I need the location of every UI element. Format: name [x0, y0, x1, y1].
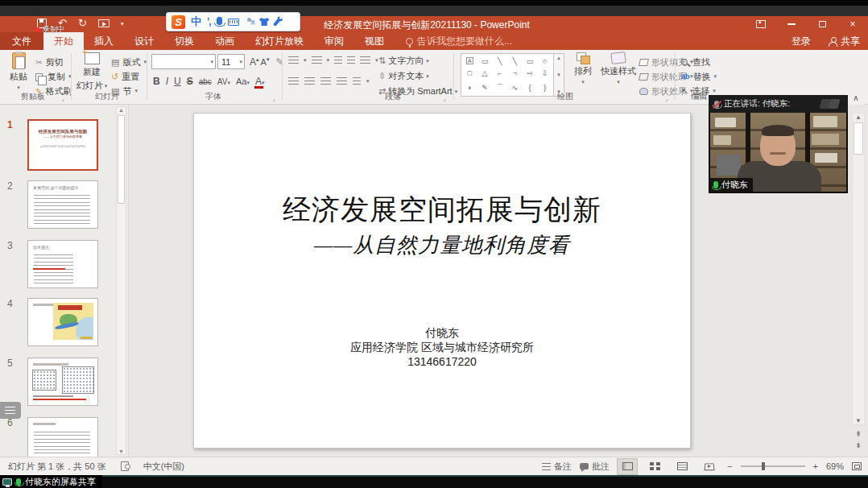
next-slide-button[interactable]: ⇟: [855, 441, 862, 449]
shape-vertical-textbox-icon[interactable]: ▭: [482, 57, 489, 65]
shape-right-brace-icon[interactable]: }: [544, 84, 546, 92]
justify-button[interactable]: [337, 77, 347, 85]
find-button[interactable]: 查找: [681, 55, 717, 69]
bullets-button[interactable]: [288, 56, 299, 64]
shape-arc-icon[interactable]: ⌒: [496, 82, 503, 93]
ime-voice-icon[interactable]: [217, 17, 222, 25]
slide-thumbnail-2[interactable]: 发展空间:这个问题的提出: [27, 180, 98, 229]
accessibility-icon[interactable]: [121, 461, 129, 471]
slide-thumbnail-5[interactable]: [27, 358, 98, 406]
zoom-out-button[interactable]: −: [727, 461, 732, 471]
align-left-button[interactable]: [288, 77, 299, 85]
tab-home[interactable]: 开始: [43, 32, 84, 50]
scrollbar-thumb[interactable]: [118, 115, 125, 204]
shape-partial-circle-icon[interactable]: ◗: [468, 84, 472, 92]
slide-thumbnail-3[interactable]: 学术观点: [27, 240, 98, 288]
slide-subtitle[interactable]: ——从自然力量地利角度看: [194, 231, 690, 259]
tab-design[interactable]: 设计: [124, 32, 164, 50]
slide-scrollbar[interactable]: ▲ ▼: [852, 113, 865, 425]
start-slideshow-icon[interactable]: [98, 19, 110, 27]
scroll-up-icon[interactable]: ▲: [855, 114, 862, 121]
numbering-button[interactable]: [312, 56, 322, 64]
shape-arrow-line-icon[interactable]: ╲: [513, 57, 517, 65]
gallery-up-icon[interactable]: ▲: [556, 56, 561, 60]
sogou-ime-toolbar[interactable]: S 中 ’,: [166, 12, 300, 31]
normal-view-button[interactable]: [618, 459, 637, 474]
decrease-indent-button[interactable]: [334, 56, 342, 64]
font-color-button[interactable]: A▾: [255, 76, 265, 87]
clipboard-dialog-launcher[interactable]: ⌟: [61, 95, 64, 102]
scroll-down-icon[interactable]: ▼: [118, 449, 124, 454]
align-text-button[interactable]: ⇳对齐文本▾: [378, 68, 457, 84]
tab-file[interactable]: 文件: [0, 32, 43, 50]
sogou-logo-icon[interactable]: S: [172, 15, 185, 29]
tab-slideshow[interactable]: 幻灯片放映: [245, 32, 314, 50]
reset-button[interactable]: ↺重置: [111, 69, 147, 84]
shapes-gallery[interactable]: A ▭ ╲ ╲ ▭ ○ □ △ ⌐ ¬ ⇨ ⇩ ◗ ✎ ⌒ ∿ { }: [461, 53, 554, 97]
shape-oval-icon[interactable]: ○: [543, 57, 547, 65]
shape-down-arrow-icon[interactable]: ⇩: [542, 69, 548, 77]
layout-button[interactable]: ▤版式▾: [111, 55, 147, 69]
paragraph-dialog-launcher[interactable]: ⌟: [443, 95, 446, 102]
line-spacing-button[interactable]: [360, 56, 370, 64]
close-button[interactable]: ×: [837, 16, 868, 32]
scroll-down-icon[interactable]: ▼: [855, 417, 862, 424]
text-shadow-button[interactable]: abc: [199, 77, 212, 86]
zoom-slider-thumb[interactable]: [762, 462, 765, 470]
change-case-button[interactable]: Aa▾: [236, 77, 250, 86]
ime-punctuation-icon[interactable]: ’,: [207, 16, 211, 27]
new-slide-button[interactable]: 新建 幻灯片▾: [76, 52, 108, 92]
drawing-dialog-launcher[interactable]: ⌟: [665, 95, 668, 102]
meeting-panel-toggle[interactable]: [0, 402, 21, 419]
screen-share-indicator[interactable]: 付晓东的屏幕共享: [0, 475, 102, 488]
scrollbar-thumb[interactable]: [854, 122, 863, 155]
ime-tools-icon[interactable]: [273, 18, 281, 27]
grow-font-button[interactable]: A▴: [250, 56, 259, 68]
fit-to-window-button[interactable]: [852, 462, 862, 470]
scroll-up-icon[interactable]: ▲: [118, 107, 124, 113]
font-size-combo[interactable]: 11▾: [217, 54, 245, 69]
align-right-button[interactable]: [320, 77, 331, 85]
tab-animations[interactable]: 动画: [205, 32, 245, 50]
comments-button[interactable]: 批注: [580, 461, 610, 473]
shape-elbow-icon[interactable]: ⌐: [498, 69, 502, 77]
ime-profile-icon[interactable]: [245, 18, 254, 26]
restore-button[interactable]: [807, 16, 837, 32]
slide-thumbnail-4[interactable]: [27, 298, 98, 346]
arrange-button[interactable]: 排列 ▾: [568, 52, 597, 85]
character-spacing-button[interactable]: AV▾: [217, 77, 230, 86]
shapes-gallery-scroll[interactable]: ▲ ▼ ▼: [554, 53, 564, 97]
bold-button[interactable]: B: [153, 76, 160, 87]
zoom-slider[interactable]: [741, 465, 805, 467]
shape-curve-icon[interactable]: ∿: [512, 84, 519, 92]
text-direction-button[interactable]: ⇅文字方向▾: [378, 53, 457, 68]
cut-button[interactable]: ✂剪切: [35, 55, 72, 69]
tab-insert[interactable]: 插入: [84, 32, 124, 50]
font-name-combo[interactable]: ▾: [151, 54, 216, 69]
copy-button[interactable]: 复制▾: [35, 69, 72, 84]
slide-thumbnail-6[interactable]: [27, 417, 98, 457]
sign-in-button[interactable]: 登录: [792, 35, 811, 48]
tab-transitions[interactable]: 切换: [164, 32, 205, 50]
quick-styles-button[interactable]: 快速样式 ▾: [599, 52, 638, 85]
replace-button[interactable]: ab替换▾: [681, 69, 717, 84]
tab-review[interactable]: 审阅: [314, 32, 354, 50]
redo-icon[interactable]: ↻: [78, 17, 87, 30]
font-dialog-launcher[interactable]: ⌟: [272, 95, 275, 102]
align-center-button[interactable]: [304, 77, 315, 85]
zoom-in-button[interactable]: +: [813, 461, 818, 471]
strikethrough-button[interactable]: S: [187, 76, 193, 87]
ime-language-mode[interactable]: 中: [191, 14, 201, 29]
customize-qat-icon[interactable]: ▾: [121, 20, 124, 27]
share-button[interactable]: 共享: [829, 35, 860, 48]
slide-title[interactable]: 经济发展空间拓展与创新: [194, 191, 690, 229]
slide-sorter-view-button[interactable]: [645, 459, 664, 474]
slide-thumbnail-1[interactable]: 经济发展空间拓展与创新 ——从自然力量地利角度看 应用经济学院 区域与城市经济研…: [27, 119, 98, 171]
previous-slide-button[interactable]: ⇞: [855, 430, 862, 438]
minimize-button[interactable]: [776, 16, 807, 32]
shape-freeform-icon[interactable]: ✎: [482, 84, 488, 92]
shrink-font-button[interactable]: A▾: [261, 56, 270, 67]
slide-canvas[interactable]: 经济发展空间拓展与创新 ——从自然力量地利角度看 付晓东 应用经济学院 区域与城…: [193, 113, 691, 449]
reading-view-button[interactable]: [672, 459, 692, 474]
shape-rounded-rect-icon[interactable]: □: [468, 69, 472, 77]
